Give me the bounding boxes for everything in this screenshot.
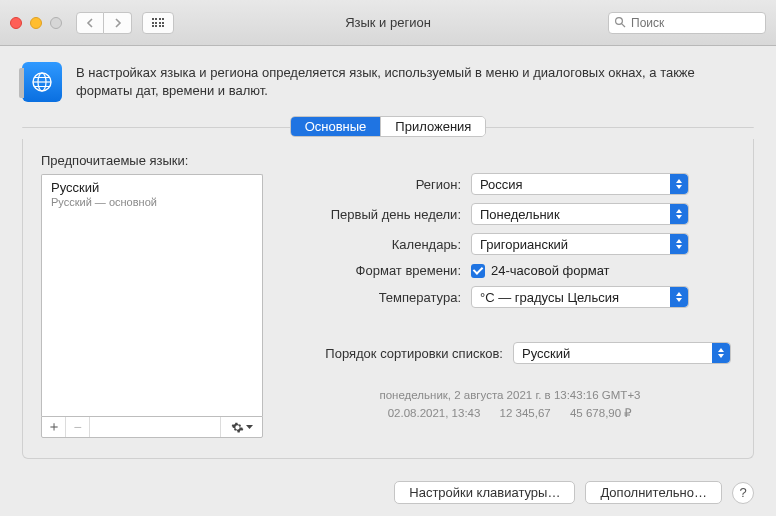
- tab-apps[interactable]: Приложения: [380, 117, 485, 136]
- updown-icon: [712, 343, 730, 363]
- gear-icon: [231, 421, 244, 434]
- language-name: Русский: [51, 180, 253, 195]
- chevron-down-icon: [246, 425, 253, 430]
- pane-description: В настройках языка и региона определяетс…: [76, 62, 754, 102]
- temperature-label: Температура:: [285, 290, 471, 305]
- nav-back-button[interactable]: [76, 12, 104, 34]
- tab-bar: Основные Приложения: [290, 116, 487, 137]
- remove-language-button: −: [66, 417, 90, 437]
- keyboard-settings-button[interactable]: Настройки клавиатуры…: [394, 481, 575, 504]
- first-day-label: Первый день недели:: [285, 207, 471, 222]
- time-format-checkbox[interactable]: [471, 264, 485, 278]
- list-item[interactable]: Русский Русский — основной: [42, 175, 262, 213]
- updown-icon: [670, 204, 688, 224]
- svg-point-0: [616, 17, 623, 24]
- language-list-toolbar: ＋ −: [41, 416, 263, 438]
- add-language-button[interactable]: ＋: [42, 417, 66, 437]
- traffic-lights: [10, 17, 62, 29]
- search-input[interactable]: [608, 12, 766, 34]
- grid-icon: [152, 18, 165, 27]
- advanced-button[interactable]: Дополнительно…: [585, 481, 722, 504]
- window-titlebar: Язык и регион: [0, 0, 776, 46]
- svg-line-1: [622, 23, 625, 26]
- help-button[interactable]: ?: [732, 482, 754, 504]
- window-zoom-button: [50, 17, 62, 29]
- updown-icon: [670, 287, 688, 307]
- updown-icon: [670, 174, 688, 194]
- window-minimize-button[interactable]: [30, 17, 42, 29]
- time-format-checkbox-label: 24-часовой формат: [491, 263, 610, 278]
- tab-general[interactable]: Основные: [291, 117, 381, 136]
- region-select[interactable]: Россия: [471, 173, 689, 195]
- settings-panel: Предпочитаемые языки: Русский Русский — …: [22, 139, 754, 459]
- language-list[interactable]: Русский Русский — основной: [41, 174, 263, 416]
- nav-forward-button[interactable]: [104, 12, 132, 34]
- globe-icon: [22, 62, 62, 102]
- sort-order-label: Порядок сортировки списков:: [285, 346, 513, 361]
- pane-header: В настройках языка и региона определяетс…: [0, 46, 776, 116]
- language-subtitle: Русский — основной: [51, 196, 253, 208]
- first-day-select[interactable]: Понедельник: [471, 203, 689, 225]
- temperature-select[interactable]: °C — градусы Цельсия: [471, 286, 689, 308]
- sort-order-select[interactable]: Русский: [513, 342, 731, 364]
- calendar-label: Календарь:: [285, 237, 471, 252]
- format-examples: понедельник, 2 августа 2021 г. в 13:43:1…: [285, 386, 735, 423]
- window-close-button[interactable]: [10, 17, 22, 29]
- show-all-button[interactable]: [142, 12, 174, 34]
- search-icon: [614, 16, 626, 28]
- language-action-menu[interactable]: [220, 417, 262, 437]
- region-label: Регион:: [285, 177, 471, 192]
- updown-icon: [670, 234, 688, 254]
- calendar-select[interactable]: Григорианский: [471, 233, 689, 255]
- window-title: Язык и регион: [345, 15, 431, 30]
- time-format-label: Формат времени:: [285, 263, 471, 278]
- preferred-languages-label: Предпочитаемые языки:: [41, 153, 263, 168]
